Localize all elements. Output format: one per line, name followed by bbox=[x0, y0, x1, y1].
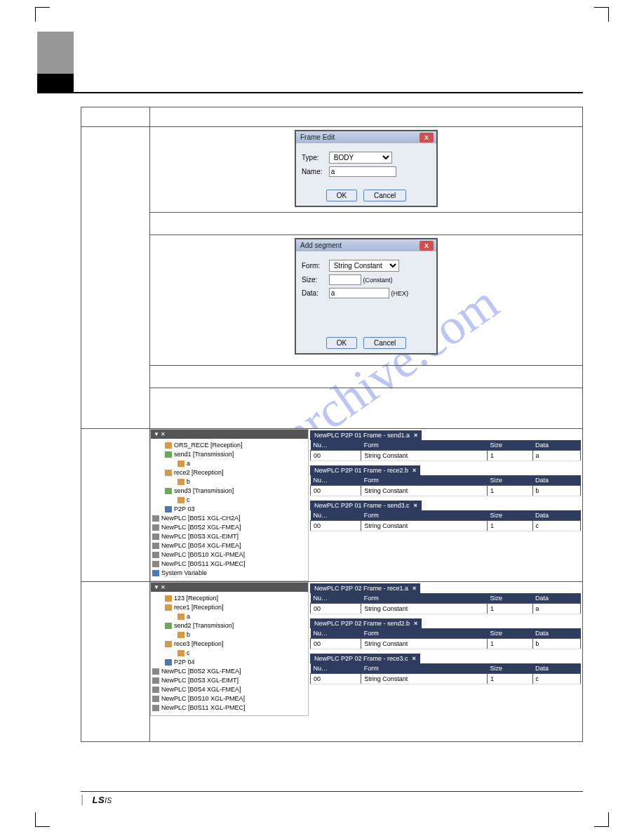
name-label: Name: bbox=[302, 168, 327, 176]
add-segment-dialog: Add segment X Form: String Constant Size… bbox=[295, 238, 438, 355]
crop-mark-tl bbox=[35, 7, 50, 22]
panel-p2p01: ▼ ✕ ORS_RECE [Reception] send1 [Transmis… bbox=[150, 429, 582, 581]
table-tab[interactable]: NewPLC P2P 01 Frame - rece2.b× bbox=[310, 465, 420, 475]
dialog-title: Frame Edit X bbox=[296, 131, 436, 143]
close-icon[interactable]: × bbox=[414, 432, 417, 439]
frame-table: NewPLC P2P 02 Frame - rece3.c× Nu…FormSi… bbox=[310, 654, 581, 684]
tree-item[interactable]: b bbox=[187, 478, 190, 485]
cancel-button[interactable]: Cancel bbox=[363, 190, 406, 201]
table-tab[interactable]: NewPLC P2P 01 Frame - send3.c× bbox=[310, 501, 422, 510]
tree-item[interactable]: c bbox=[187, 649, 190, 656]
margin-black-block bbox=[37, 74, 74, 93]
table-row: 00String Constant1b bbox=[311, 486, 581, 496]
tree-item[interactable]: NewPLC [B0S11 XGL-PMEC] bbox=[161, 560, 246, 567]
tree-item[interactable]: NewPLC [B0S1 XGL-CH2A] bbox=[161, 515, 241, 522]
tree-pane: ▼ ✕ 123 [Reception] rece1 [Reception] a … bbox=[150, 582, 309, 716]
table-row: 00String Constant1c bbox=[311, 521, 581, 531]
close-icon[interactable]: × bbox=[412, 585, 416, 592]
tree-item[interactable]: NewPLC [B0S10 XGL-PMEA] bbox=[161, 551, 245, 558]
tree-item[interactable]: c bbox=[187, 496, 190, 503]
close-icon[interactable]: × bbox=[414, 620, 417, 627]
margin-grey-block bbox=[37, 32, 74, 74]
data-input[interactable] bbox=[329, 288, 389, 298]
form-select[interactable]: String Constant bbox=[329, 260, 399, 272]
tree-item[interactable]: NewPLC [B0S11 XGL-PMEC] bbox=[161, 704, 246, 711]
table-row: 00String Constant1a bbox=[311, 451, 581, 461]
tree-item[interactable]: P2P 03 bbox=[174, 505, 194, 512]
tree-item[interactable]: ORS_RECE [Reception] bbox=[174, 442, 243, 449]
footer: | LSIS bbox=[81, 791, 583, 806]
tree-item[interactable]: send3 [Transmission] bbox=[174, 487, 234, 494]
ok-button[interactable]: OK bbox=[326, 190, 357, 201]
data-label: Data: bbox=[302, 289, 327, 297]
table-row: 00String Constant1b bbox=[311, 639, 581, 649]
table-row: 00String Constant1a bbox=[311, 604, 581, 614]
tree-item[interactable]: rece1 [Reception] bbox=[174, 604, 224, 611]
frame-edit-dialog: Frame Edit X Type: BODY Name: bbox=[295, 130, 438, 207]
close-icon[interactable]: × bbox=[412, 467, 416, 474]
tree-item[interactable]: 123 [Reception] bbox=[174, 595, 218, 602]
tree-item[interactable]: System Variable bbox=[161, 569, 207, 576]
cancel-button[interactable]: Cancel bbox=[363, 337, 406, 349]
tree-item[interactable]: NewPLC [B0S10 XGL-PMEA] bbox=[161, 695, 245, 702]
table-tab[interactable]: NewPLC P2P 02 Frame - rece1.a× bbox=[310, 583, 420, 593]
frame-table: NewPLC P2P 01 Frame - rece2.b× Nu…FormSi… bbox=[310, 465, 581, 496]
tree-item[interactable]: a bbox=[187, 460, 190, 467]
close-icon[interactable]: × bbox=[412, 655, 415, 662]
tree-item[interactable]: NewPLC [B0S3 XGL-EIMT] bbox=[161, 533, 239, 540]
name-input[interactable] bbox=[329, 166, 396, 177]
table-tab[interactable]: NewPLC P2P 01 Frame - send1.a× bbox=[310, 430, 422, 440]
content-table: Frame Edit X Type: BODY Name: bbox=[81, 107, 583, 742]
tree-item[interactable]: b bbox=[187, 631, 190, 638]
tables-pane: NewPLC P2P 02 Frame - rece1.a× Nu…FormSi… bbox=[309, 582, 582, 716]
tree-item[interactable]: rece3 [Reception] bbox=[174, 640, 224, 647]
close-icon[interactable]: × bbox=[413, 502, 417, 509]
tree-item[interactable]: send2 [Transmission] bbox=[174, 622, 234, 629]
frame-table: NewPLC P2P 02 Frame - rece1.a× Nu…FormSi… bbox=[310, 583, 581, 614]
tree-item[interactable]: NewPLC [B0S3 XGL-EIMT] bbox=[161, 677, 239, 684]
frame-table: NewPLC P2P 02 Frame - send2.b× Nu…FormSi… bbox=[310, 618, 581, 649]
tree-item[interactable]: NewPLC [B0S4 XGL-FMEA] bbox=[161, 686, 241, 693]
frame-table: NewPLC P2P 01 Frame - send1.a× Nu…FormSi… bbox=[310, 430, 581, 461]
close-icon[interactable]: X bbox=[420, 133, 434, 143]
tables-pane: NewPLC P2P 01 Frame - send1.a× Nu…FormSi… bbox=[309, 429, 582, 581]
tree-pane: ▼ ✕ ORS_RECE [Reception] send1 [Transmis… bbox=[150, 429, 309, 581]
frame-table: NewPLC P2P 01 Frame - send3.c× Nu…FormSi… bbox=[310, 501, 581, 531]
dialog-title-text: Frame Edit bbox=[300, 133, 335, 141]
crop-mark-br bbox=[594, 812, 609, 827]
header-divider bbox=[37, 92, 583, 93]
dialog-title: Add segment X bbox=[296, 239, 436, 251]
size-input[interactable] bbox=[329, 274, 361, 285]
table-row: 00String Constant1c bbox=[311, 674, 581, 684]
dialog-title-text: Add segment bbox=[300, 241, 342, 249]
size-label: Size: bbox=[302, 276, 327, 284]
brand-logo: LSIS bbox=[93, 795, 112, 805]
size-hint: (Constant) bbox=[363, 277, 393, 284]
tree-item[interactable]: NewPLC [B0S2 XGL-FMEA] bbox=[161, 668, 241, 675]
tree-item[interactable]: NewPLC [B0S4 XGL-FMEA] bbox=[161, 542, 241, 549]
tree-item[interactable]: a bbox=[187, 613, 190, 620]
table-tab[interactable]: NewPLC P2P 02 Frame - send2.b× bbox=[310, 618, 422, 628]
panel-p2p02: ▼ ✕ 123 [Reception] rece1 [Reception] a … bbox=[150, 582, 582, 716]
crop-mark-bl bbox=[35, 812, 50, 827]
tree-item[interactable]: P2P 04 bbox=[174, 658, 194, 666]
type-select[interactable]: BODY bbox=[329, 152, 392, 164]
ok-button[interactable]: OK bbox=[326, 337, 357, 349]
tree-item[interactable]: send1 [Transmission] bbox=[174, 451, 234, 458]
crop-mark-tr bbox=[594, 7, 609, 22]
data-hint: (HEX) bbox=[391, 290, 409, 297]
tree-item[interactable]: NewPLC [B0S2 XGL-FMEA] bbox=[161, 524, 241, 531]
tree-item[interactable]: rece2 [Reception] bbox=[174, 469, 224, 476]
close-icon[interactable]: X bbox=[420, 241, 434, 251]
type-label: Type: bbox=[302, 154, 327, 161]
table-tab[interactable]: NewPLC P2P 02 Frame - rece3.c× bbox=[310, 654, 420, 663]
form-label: Form: bbox=[302, 262, 327, 270]
